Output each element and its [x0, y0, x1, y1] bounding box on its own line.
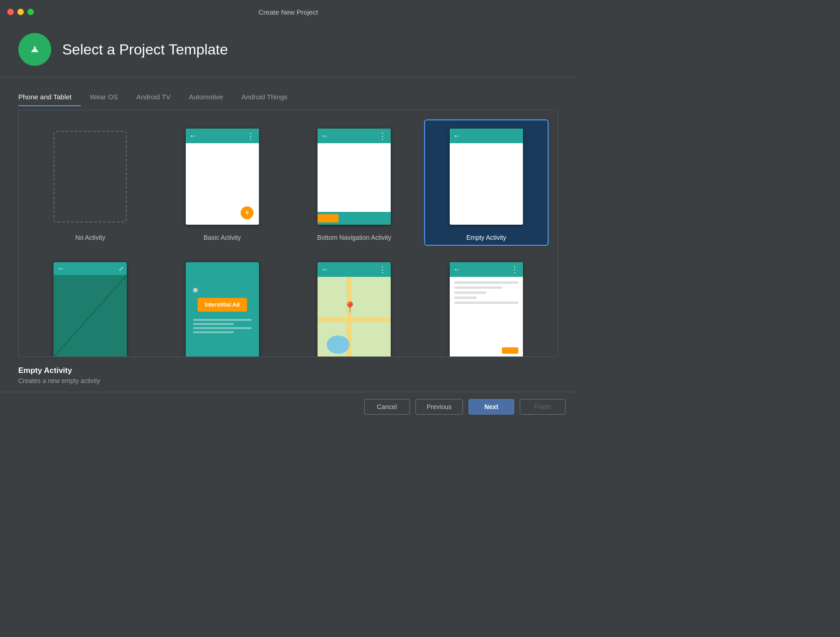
svg-line-3 [54, 275, 127, 357]
back-arrow-icon-6: ← [453, 266, 461, 273]
template-preview-empty-activity: ← [445, 124, 528, 229]
next-button[interactable]: Next [468, 399, 514, 415]
back-arrow-icon-5: ← [321, 266, 328, 273]
fullscreen-mockup: ← ⤢ [54, 262, 127, 357]
window-title: Create New Project [258, 8, 318, 16]
expand-icon: ⤢ [118, 265, 124, 272]
maps-toolbar: ← ⋮ [318, 262, 391, 277]
template-preview-fullscreen: ← ⤢ [49, 258, 131, 357]
cancel-button[interactable]: Cancel [364, 399, 410, 415]
template-preview-scrolling: ← ⋮ [445, 258, 528, 357]
template-label-basic-activity: Basic Activity [204, 234, 241, 241]
template-bottom-nav[interactable]: ← ⋮ Bottom Navigation Activity [292, 119, 417, 246]
scroll-line-1 [454, 281, 518, 284]
empty-activity-toolbar: ← [450, 129, 523, 143]
svg-point-1 [32, 48, 34, 49]
main-content: Phone and Tablet Wear OS Android TV Auto… [0, 77, 576, 392]
template-label-bottom-nav: Bottom Navigation Activity [317, 234, 391, 241]
overflow-menu-icon-2: ⋮ [378, 131, 387, 141]
template-grid: No Activity ← ⋮ + Basic Activity [28, 119, 549, 357]
selected-template-description: Creates a new empty activity [18, 377, 558, 384]
tab-android-things[interactable]: Android Things [232, 88, 297, 106]
minimize-button[interactable] [17, 9, 24, 15]
bottom-nav-body [318, 143, 391, 212]
back-arrow-icon-4: ← [57, 265, 65, 273]
window-controls [7, 9, 34, 15]
basic-activity-body: + [186, 143, 259, 225]
empty-activity-mockup: ← [450, 129, 523, 225]
overflow-menu-icon: ⋮ [247, 131, 255, 141]
fullscreen-toolbar: ← ⤢ [54, 262, 127, 275]
template-preview-maps: ← ⋮ 📍 [313, 258, 395, 357]
diagonal-line-svg [54, 275, 127, 357]
template-preview-bottom-nav: ← ⋮ [313, 124, 395, 229]
tab-automotive[interactable]: Automotive [180, 88, 232, 106]
template-container: No Activity ← ⋮ + Basic Activity [18, 110, 558, 357]
scroll-line-5 [454, 302, 518, 304]
map-pin-icon: 📍 [343, 301, 357, 314]
description-section: Empty Activity Creates a new empty activ… [18, 362, 558, 392]
empty-activity-body [450, 143, 523, 225]
nav-active-item [318, 214, 339, 222]
interstitial-lines [193, 319, 252, 333]
template-preview-interstitial: Interstitial Ad [181, 258, 264, 357]
interstitial-ad-label: Interstitial Ad [198, 298, 247, 312]
back-arrow-icon-2: ← [321, 132, 328, 140]
previous-button[interactable]: Previous [415, 399, 463, 415]
fullscreen-body [54, 275, 127, 357]
scroll-line-4 [454, 297, 477, 299]
back-arrow-icon-3: ← [453, 132, 461, 140]
maps-body: 📍 [318, 277, 391, 357]
bottom-nav-mockup: ← ⋮ [318, 129, 391, 225]
scrolling-body [450, 277, 523, 347]
template-fullscreen[interactable]: ← ⤢ Fullscreen Activity [28, 253, 153, 357]
nav-item-3 [374, 215, 391, 222]
selected-template-title: Empty Activity [18, 366, 558, 375]
interstitial-dot [193, 288, 198, 292]
tab-bar: Phone and Tablet Wear OS Android TV Auto… [18, 88, 558, 106]
footer: Cancel Previous Next Finish [0, 392, 576, 421]
template-label-no-activity: No Activity [75, 234, 105, 241]
bottom-nav-toolbar: ← ⋮ [318, 129, 391, 143]
overflow-menu-icon-6: ⋮ [511, 265, 519, 275]
close-button[interactable] [7, 9, 14, 15]
title-bar: Create New Project [0, 0, 576, 24]
back-arrow-icon: ← [189, 132, 197, 140]
template-scrolling[interactable]: ← ⋮ Scrolling Activity [424, 253, 549, 357]
interstitial-line-2 [193, 323, 234, 325]
scrolling-toolbar: ← ⋮ [450, 262, 523, 277]
maps-mockup: ← ⋮ 📍 [318, 262, 391, 357]
finish-button[interactable]: Finish [520, 399, 565, 415]
fab-icon: + [241, 206, 253, 219]
scroll-line-3 [454, 292, 486, 294]
template-empty-activity[interactable]: ← Empty Activity [424, 119, 549, 246]
android-logo [18, 33, 51, 66]
tab-wear-os[interactable]: Wear OS [81, 88, 127, 106]
interstitial-mockup: Interstitial Ad [186, 262, 259, 357]
template-no-activity[interactable]: No Activity [28, 119, 153, 246]
map-water [327, 335, 350, 354]
template-preview-basic-activity: ← ⋮ + [181, 124, 264, 229]
template-interstitial-ad[interactable]: Interstitial Ad Interstitial Ad [160, 253, 285, 357]
scrolling-fab [502, 347, 518, 354]
svg-point-2 [36, 48, 38, 49]
basic-activity-mockup: ← ⋮ + [186, 129, 259, 225]
template-label-empty-activity: Empty Activity [466, 234, 506, 241]
tab-android-tv[interactable]: Android TV [127, 88, 180, 106]
template-google-maps[interactable]: ← ⋮ 📍 Google Maps Activity [292, 253, 417, 357]
no-activity-icon [54, 131, 127, 222]
tab-phone-tablet[interactable]: Phone and Tablet [18, 88, 81, 106]
scroll-line-2 [454, 286, 502, 289]
template-preview-no-activity [49, 124, 131, 229]
maximize-button[interactable] [27, 9, 34, 15]
template-basic-activity[interactable]: ← ⋮ + Basic Activity [160, 119, 285, 246]
overflow-menu-icon-5: ⋮ [378, 265, 387, 275]
interstitial-line-4 [193, 331, 234, 333]
scrolling-mockup: ← ⋮ [450, 262, 523, 357]
bottom-nav-bar [318, 212, 391, 225]
basic-activity-toolbar: ← ⋮ [186, 129, 259, 143]
interstitial-line-3 [193, 327, 252, 329]
nav-item-2 [348, 215, 365, 222]
page-title: Select a Project Template [62, 41, 228, 58]
header-section: Select a Project Template [0, 24, 576, 77]
